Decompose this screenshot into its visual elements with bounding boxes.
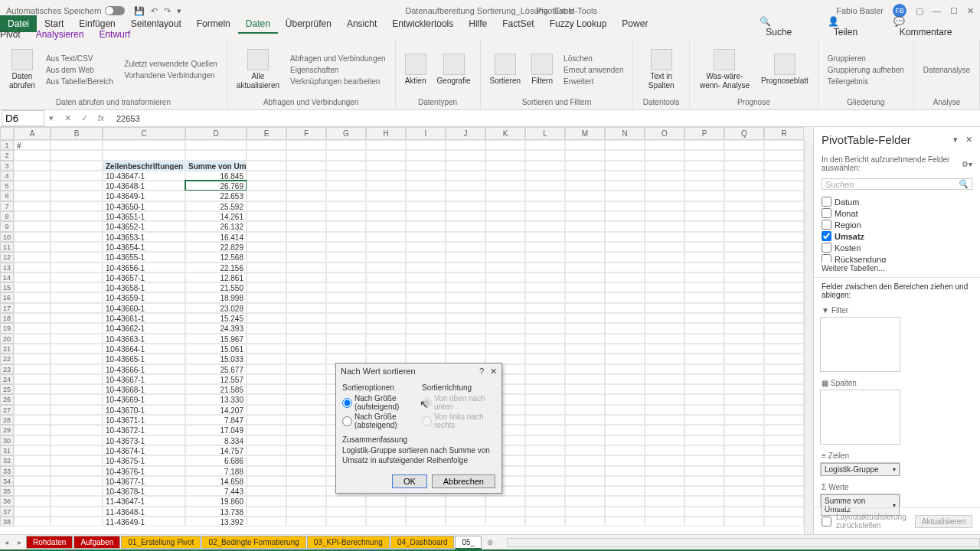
cell[interactable]	[764, 344, 804, 354]
cell[interactable]	[286, 507, 326, 517]
cell[interactable]: 22.829	[185, 242, 247, 252]
cell[interactable]: 11-43647-1	[103, 496, 185, 506]
row-header[interactable]: 13	[0, 262, 14, 272]
cell[interactable]	[446, 272, 485, 282]
cell[interactable]	[51, 455, 103, 465]
cell[interactable]	[605, 507, 645, 517]
cell[interactable]	[724, 354, 764, 364]
ok-button[interactable]: OK	[392, 474, 427, 488]
cell[interactable]	[645, 354, 684, 364]
cell[interactable]: 10-43657-1	[103, 272, 185, 282]
cell[interactable]: 12.557	[185, 374, 247, 384]
column-header[interactable]: D	[185, 127, 247, 140]
cell[interactable]	[605, 394, 645, 404]
pane-options-icon[interactable]: ▾	[953, 135, 958, 145]
cell[interactable]	[684, 344, 724, 354]
cell[interactable]	[605, 262, 645, 272]
cell[interactable]	[51, 354, 103, 364]
cell[interactable]	[406, 161, 446, 171]
cell[interactable]	[525, 455, 565, 465]
cell[interactable]	[286, 171, 326, 181]
cell[interactable]	[645, 364, 684, 374]
sheet-tab[interactable]: 02_Bedingte Formatierung	[201, 536, 305, 549]
comments-button[interactable]: 💬 Kommentare	[887, 14, 974, 40]
cell[interactable]	[525, 374, 565, 384]
cell[interactable]	[565, 262, 605, 272]
cell[interactable]	[51, 150, 103, 160]
cell[interactable]	[446, 221, 485, 231]
cell[interactable]	[14, 211, 51, 221]
filter-area[interactable]	[820, 317, 900, 372]
cell[interactable]	[286, 282, 326, 292]
cell[interactable]	[724, 425, 764, 435]
cell[interactable]	[645, 292, 684, 302]
cell[interactable]	[525, 242, 565, 252]
cell[interactable]	[446, 211, 485, 221]
cell[interactable]	[286, 242, 326, 252]
cell[interactable]	[485, 232, 525, 242]
cell[interactable]: 10-43677-1	[103, 476, 185, 486]
cell[interactable]	[485, 292, 525, 302]
cell[interactable]	[605, 445, 645, 455]
cell[interactable]	[14, 435, 51, 445]
cell[interactable]	[14, 150, 51, 160]
cell[interactable]	[684, 507, 724, 517]
cell[interactable]	[14, 496, 51, 506]
cell[interactable]: 13.738	[185, 507, 247, 517]
cell[interactable]	[764, 445, 804, 455]
cell[interactable]	[645, 150, 684, 160]
cell[interactable]	[605, 232, 645, 242]
cell[interactable]	[645, 181, 684, 191]
cell[interactable]	[565, 354, 605, 364]
cell[interactable]	[645, 303, 684, 313]
cell[interactable]	[406, 242, 446, 252]
cell[interactable]	[485, 150, 525, 160]
cell[interactable]	[286, 140, 326, 150]
cell[interactable]	[103, 150, 185, 160]
cell[interactable]	[605, 150, 645, 160]
cell[interactable]	[14, 191, 51, 201]
cell[interactable]	[684, 171, 724, 181]
cell[interactable]	[366, 201, 406, 211]
cell[interactable]	[286, 323, 326, 333]
row-header[interactable]: 32	[0, 455, 14, 465]
cell[interactable]	[565, 272, 605, 282]
row-header[interactable]: 31	[0, 445, 14, 455]
cell[interactable]	[525, 292, 565, 302]
cell[interactable]	[14, 313, 51, 323]
refresh-all-button[interactable]: Alle aktualisieren	[234, 43, 283, 96]
cell[interactable]: 8.334	[185, 435, 247, 445]
cell[interactable]	[286, 405, 326, 415]
cell[interactable]	[366, 334, 406, 344]
cell[interactable]: 10-43658-1	[103, 282, 185, 292]
cell[interactable]	[645, 282, 684, 292]
cell[interactable]	[724, 181, 764, 191]
cell[interactable]	[645, 384, 684, 394]
cell[interactable]	[565, 171, 605, 181]
cell[interactable]	[605, 374, 645, 384]
cell[interactable]: #	[14, 140, 51, 150]
cell[interactable]	[764, 140, 804, 150]
field-checkbox[interactable]: Kosten	[822, 242, 972, 253]
cell[interactable]	[525, 171, 565, 181]
cell[interactable]: 10-43647-1	[103, 171, 185, 181]
cell[interactable]	[366, 282, 406, 292]
cell[interactable]	[326, 496, 366, 506]
fx-icon[interactable]: fx	[95, 113, 107, 123]
ribbon-tab-überprüfen[interactable]: Überprüfen	[278, 15, 339, 32]
cell[interactable]	[366, 161, 406, 171]
cell[interactable]	[286, 313, 326, 323]
cell[interactable]	[724, 364, 764, 374]
cell[interactable]	[645, 405, 684, 415]
cell[interactable]	[14, 262, 51, 272]
cell[interactable]	[525, 476, 565, 486]
cell[interactable]	[366, 292, 406, 302]
cell[interactable]	[326, 171, 366, 181]
cell[interactable]	[14, 201, 51, 211]
add-sheet-icon[interactable]: ⊕	[482, 538, 498, 546]
select-all-corner[interactable]	[0, 127, 14, 140]
cell[interactable]	[764, 201, 804, 211]
cell[interactable]	[565, 486, 605, 496]
cell[interactable]	[286, 476, 326, 486]
cell[interactable]	[485, 303, 525, 313]
